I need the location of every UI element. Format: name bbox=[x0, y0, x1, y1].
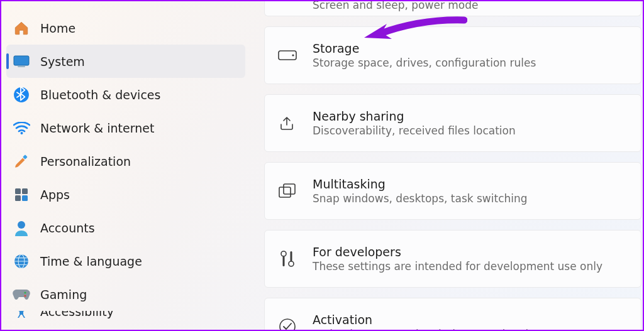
multitasking-icon bbox=[276, 180, 299, 202]
svg-point-9 bbox=[18, 221, 25, 229]
wifi-icon bbox=[13, 119, 30, 137]
sidebar-item-time-language[interactable]: Time & language bbox=[6, 244, 245, 278]
nearby-share-icon bbox=[276, 112, 299, 134]
svg-point-19 bbox=[281, 251, 286, 256]
svg-rect-1 bbox=[18, 66, 25, 67]
svg-rect-20 bbox=[283, 256, 285, 266]
sidebar-item-label: Apps bbox=[40, 188, 70, 202]
card-subtitle: Discoverability, received files location bbox=[313, 124, 516, 137]
svg-point-13 bbox=[24, 295, 26, 296]
card-title: Multitasking bbox=[313, 177, 528, 191]
card-title: Activation bbox=[313, 313, 544, 327]
card-subtitle: Snap windows, desktops, task switching bbox=[313, 192, 528, 205]
svg-rect-5 bbox=[15, 188, 21, 194]
sidebar-item-home[interactable]: Home bbox=[6, 11, 245, 45]
card-title: Storage bbox=[313, 41, 536, 55]
sidebar-item-apps[interactable]: Apps bbox=[6, 178, 245, 211]
sidebar-item-accessibility[interactable]: Accessibility bbox=[6, 311, 245, 320]
svg-rect-8 bbox=[22, 195, 28, 201]
sidebar-item-label: System bbox=[40, 55, 85, 68]
sidebar-item-label: Accessibility bbox=[40, 311, 114, 318]
card-subtitle: Storage space, drives, configuration rul… bbox=[313, 57, 536, 69]
accessibility-icon bbox=[13, 311, 30, 320]
sidebar-item-label: Bluetooth & devices bbox=[40, 88, 160, 102]
accounts-icon bbox=[13, 219, 30, 237]
sidebar-item-label: Personalization bbox=[40, 155, 131, 168]
sidebar-item-personalization[interactable]: Personalization bbox=[6, 144, 245, 178]
activation-card[interactable]: Activation Activation state, subscriptio… bbox=[264, 298, 641, 330]
developers-icon bbox=[276, 247, 299, 270]
sidebar-item-label: Accounts bbox=[40, 221, 95, 235]
sidebar-item-network[interactable]: Network & internet bbox=[6, 111, 245, 144]
sidebar-item-system[interactable]: System bbox=[6, 45, 245, 78]
card-subtitle: These settings are intended for developm… bbox=[313, 260, 602, 273]
svg-point-3 bbox=[20, 132, 23, 134]
sidebar-item-label: Home bbox=[40, 21, 75, 35]
settings-content: Screen and sleep, power mode Storage Sto… bbox=[250, 1, 643, 330]
sidebar-item-gaming[interactable]: Gaming bbox=[6, 278, 245, 311]
apps-icon bbox=[13, 186, 30, 203]
svg-point-21 bbox=[289, 261, 294, 266]
card-subtitle: Screen and sleep, power mode bbox=[313, 1, 479, 11]
svg-point-16 bbox=[292, 54, 294, 56]
multitasking-card[interactable]: Multitasking Snap windows, desktops, tas… bbox=[264, 162, 641, 220]
svg-rect-7 bbox=[15, 195, 21, 201]
gaming-icon bbox=[13, 286, 30, 303]
svg-rect-22 bbox=[291, 251, 292, 261]
sidebar-item-label: Gaming bbox=[40, 288, 87, 301]
svg-rect-18 bbox=[284, 184, 295, 194]
svg-rect-4 bbox=[23, 155, 28, 160]
nearby-sharing-card[interactable]: Nearby sharing Discoverability, received… bbox=[264, 94, 641, 152]
svg-rect-17 bbox=[279, 187, 291, 197]
svg-rect-0 bbox=[14, 56, 29, 65]
sidebar-item-accounts[interactable]: Accounts bbox=[6, 211, 245, 244]
sidebar-item-bluetooth[interactable]: Bluetooth & devices bbox=[6, 78, 245, 111]
card-title: Nearby sharing bbox=[313, 109, 516, 123]
settings-sidebar: Home System Bluetooth & devices Network … bbox=[1, 1, 250, 330]
home-icon bbox=[13, 19, 30, 37]
for-developers-card[interactable]: For developers These settings are intend… bbox=[264, 230, 641, 288]
time-language-icon bbox=[13, 252, 30, 270]
power-card[interactable]: Screen and sleep, power mode bbox=[264, 1, 641, 16]
storage-card[interactable]: Storage Storage space, drives, configura… bbox=[264, 26, 641, 84]
card-subtitle: Activation state, subscriptions, product… bbox=[313, 328, 544, 330]
sidebar-item-label: Network & internet bbox=[40, 121, 154, 135]
personalization-icon bbox=[13, 153, 30, 170]
system-icon bbox=[13, 53, 30, 70]
bluetooth-icon bbox=[13, 86, 30, 104]
card-title: For developers bbox=[313, 245, 602, 259]
storage-icon bbox=[276, 44, 299, 67]
svg-rect-6 bbox=[22, 188, 28, 194]
sidebar-item-label: Time & language bbox=[40, 254, 142, 268]
activation-icon bbox=[276, 315, 299, 330]
svg-point-12 bbox=[24, 291, 26, 293]
